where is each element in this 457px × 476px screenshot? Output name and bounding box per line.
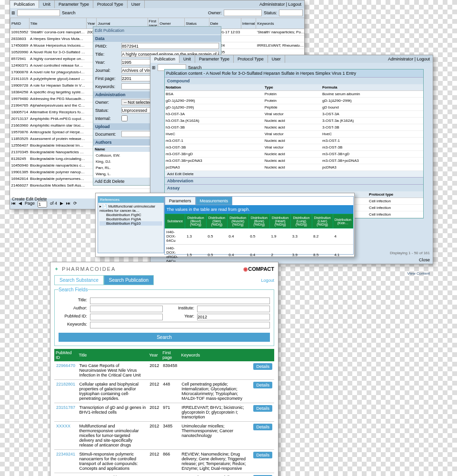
logout-link[interactable]: Logout bbox=[261, 278, 274, 283]
tab-paramtype[interactable]: Parameter Type bbox=[55, 0, 93, 8]
page-input[interactable] bbox=[38, 201, 47, 208]
tree-root[interactable]: ▸ 📄 Multifunctional unimolecular micelle… bbox=[99, 204, 162, 213]
pager-last-icon[interactable]: ⏭ bbox=[66, 201, 70, 208]
tab-publication[interactable]: Publication bbox=[10, 0, 39, 8]
tab-unit[interactable]: Unit bbox=[39, 0, 55, 8]
table-row[interactable]: h3-OST-3BNucleic acid3-OST-3B bbox=[165, 124, 423, 131]
parameters-panel: ParametersMeasurements The values in the… bbox=[164, 196, 354, 255]
table-row[interactable]: H40-DOX-64Cu1.30.50.40.51.93.38.24 bbox=[165, 228, 353, 245]
graph-note: The values in the table are read from gr… bbox=[165, 205, 353, 214]
institute-input[interactable] bbox=[197, 306, 270, 312]
pager-prev-icon[interactable]: ◀ bbox=[19, 201, 22, 208]
search-fields: Search Fields Title: Author:Institute: P… bbox=[54, 287, 274, 346]
table-row[interactable]: 22349241Stimuli-responsive polymeric nan… bbox=[54, 450, 274, 473]
pharmacoidea-logo: ✦ PHARMACOIDEA bbox=[54, 266, 116, 272]
compact-logo: ◉COMPACT bbox=[243, 266, 274, 272]
tab-parameters[interactable]: Parameters bbox=[165, 197, 196, 205]
admin-links[interactable]: Administrator | Logout bbox=[257, 0, 304, 8]
expand-icon[interactable]: ⊞ bbox=[11, 10, 15, 15]
close-button[interactable]: Close bbox=[419, 258, 430, 262]
author-input[interactable] bbox=[90, 306, 163, 312]
search-window: ✦ PHARMACOIDEA◉COMPACT Search SubstanceS… bbox=[50, 262, 278, 476]
table-row[interactable]: 22182760Temperature sensitive contact le… bbox=[54, 473, 274, 476]
table-row[interactable]: gD-1(Δ290~299t)ProteingD-1(Δ290~299t) bbox=[165, 98, 423, 104]
pmid-input[interactable] bbox=[121, 43, 219, 49]
tree-item[interactable]: Biodistribution Fig9A bbox=[99, 217, 162, 221]
tab-search-publication[interactable]: Search Publication bbox=[104, 275, 154, 285]
tab-protocoltype[interactable]: Protocol Type bbox=[93, 0, 128, 8]
table-row[interactable]: 22966470Two Case Reports of Neuroinvasiv… bbox=[54, 361, 274, 380]
tree-item[interactable]: Biodistribution Fig9C bbox=[99, 213, 162, 217]
tab-measurements[interactable]: Measurements bbox=[196, 197, 233, 205]
table-row[interactable]: XXXXXMultifunctional and thermoresponsiv… bbox=[54, 422, 274, 450]
table-row[interactable]: BSAProteinBovine serum albumin bbox=[165, 91, 423, 98]
owner-select[interactable] bbox=[224, 10, 262, 16]
details-button[interactable]: Details bbox=[253, 452, 272, 458]
distribution-grid: SubstanceDistribution (Blood) (%ID/g)Dis… bbox=[165, 214, 353, 265]
references-panel: References ▸ 📄 Multifunctional unimolecu… bbox=[98, 196, 164, 253]
table-row[interactable]: 22182801Cellular uptake and biophysical … bbox=[54, 380, 274, 403]
table-row[interactable]: h3-OST-3AViral vector3-OST-3A bbox=[165, 111, 423, 118]
year-input[interactable] bbox=[197, 314, 270, 320]
pager-next-icon[interactable]: ▶ bbox=[60, 201, 63, 208]
results-grid: PubMed IDTitleYearFirst pageKeywords2296… bbox=[54, 349, 274, 476]
table-row[interactable]: gD-1(Δ290~299)PeptidegD bound bbox=[165, 104, 423, 111]
keywords-input[interactable] bbox=[90, 322, 270, 328]
search-button[interactable]: Search bbox=[59, 333, 270, 342]
table-row[interactable]: m3-OST-3BViral vectorm3-OST-3B bbox=[165, 144, 423, 151]
table-row[interactable]: pcDNA3Nucleic acidpcDNA3 bbox=[165, 164, 423, 171]
status-label: Status: bbox=[264, 10, 277, 15]
tree-item-selected[interactable]: Biodistribution Fig10 bbox=[99, 221, 162, 226]
search-toolbar: ⊞ Search Owner: Status: bbox=[10, 8, 304, 18]
refresh-icon[interactable]: ⟳ bbox=[73, 201, 77, 208]
status-select[interactable] bbox=[279, 10, 303, 16]
dialog-title: Edit Publication bbox=[93, 27, 221, 34]
compound-grid: NotationTypeFormulaBSAProteinBovine seru… bbox=[165, 84, 423, 171]
search-label: Search bbox=[62, 10, 76, 15]
details-button[interactable]: Details bbox=[253, 382, 272, 388]
table-row[interactable]: m3-OST-1Nucleic acidm3-OST-1 bbox=[165, 138, 423, 144]
table-row[interactable]: HveCViral vectorHveC bbox=[165, 131, 423, 138]
search-input[interactable] bbox=[17, 10, 60, 16]
details-button[interactable]: Details bbox=[253, 424, 272, 430]
tab-search-substance[interactable]: Search Substance bbox=[54, 275, 104, 285]
grid-actions[interactable]: Create Edit Delete bbox=[12, 197, 47, 201]
owner-label: Owner: bbox=[208, 10, 222, 15]
pubmedid-input[interactable] bbox=[90, 314, 163, 320]
content-title: Publication content - A Novel Role for 3… bbox=[165, 69, 423, 77]
table-row[interactable]: 23151787Transcription of gD and gI genes… bbox=[54, 403, 274, 422]
table-row[interactable]: h3-OST-3a (K162A)Nucleic acid3-OST-3a (K… bbox=[165, 118, 423, 124]
title-input[interactable] bbox=[90, 298, 270, 304]
internal-check[interactable] bbox=[121, 115, 128, 121]
compound-actions[interactable]: Add Edit Delete bbox=[165, 171, 423, 177]
details-button[interactable]: Details bbox=[253, 405, 272, 412]
table-row[interactable]: m3-OST-3B+pcDNA3Nucleic acidm3-OST-3B+pc… bbox=[165, 158, 423, 164]
pager-first-icon[interactable]: ⏮ bbox=[11, 201, 16, 208]
tab-user[interactable]: User bbox=[128, 0, 145, 8]
details-button[interactable]: Details bbox=[253, 363, 272, 370]
main-tabs: Publication Unit Parameter Type Protocol… bbox=[10, 0, 304, 8]
table-row[interactable]: m3-OST-3B+gDNucleic acidm3-OST-3B+gD bbox=[165, 151, 423, 158]
